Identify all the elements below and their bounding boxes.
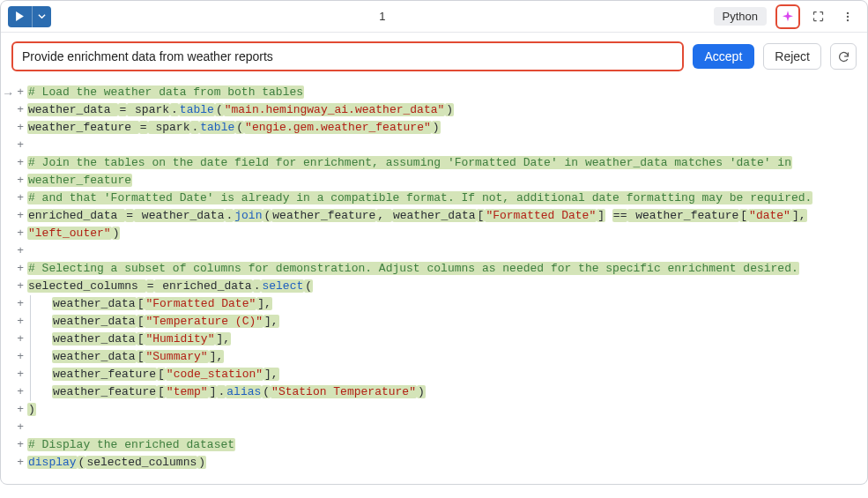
gutter: + bbox=[6, 101, 27, 119]
code-line: + bbox=[6, 137, 858, 154]
regenerate-button[interactable] bbox=[830, 43, 857, 70]
code-editor[interactable]: →+# Load the weather data from both tabl… bbox=[1, 80, 867, 484]
execution-arrow-icon: → bbox=[4, 85, 11, 102]
code-token: "engie.gem.weather_feature" bbox=[244, 121, 432, 134]
code-token: ] bbox=[597, 209, 605, 222]
diff-add-marker: + bbox=[17, 227, 24, 240]
reject-button[interactable]: Reject bbox=[763, 43, 821, 70]
run-dropdown-button[interactable] bbox=[32, 6, 51, 27]
ai-prompt-row: Accept Reject bbox=[1, 33, 867, 80]
code-line: +enriched_data = weather_data.join(weath… bbox=[6, 207, 858, 225]
code-token: == bbox=[612, 209, 628, 222]
diff-add-marker: + bbox=[17, 420, 24, 434]
gutter: + bbox=[6, 366, 27, 383]
code-token: "Summary" bbox=[145, 350, 208, 363]
code-line: +weather_feature = spark.table("engie.ge… bbox=[6, 119, 858, 137]
code-token: [ bbox=[137, 332, 145, 346]
diff-add-marker: + bbox=[17, 121, 24, 134]
code-token: ( bbox=[262, 385, 271, 398]
code-token: weather_data bbox=[52, 315, 137, 328]
gutter: →+ bbox=[6, 84, 27, 101]
code-token: "Humidity" bbox=[145, 332, 215, 346]
svg-point-1 bbox=[847, 15, 849, 17]
diff-add-marker: + bbox=[17, 103, 24, 116]
svg-point-0 bbox=[847, 11, 849, 13]
code-token: weather_feature bbox=[52, 385, 157, 398]
diff-add-marker: + bbox=[17, 85, 24, 99]
code-token: [ bbox=[157, 385, 166, 398]
code-token: . bbox=[253, 279, 262, 293]
code-line: +# Join the tables on the date field for… bbox=[6, 154, 858, 172]
gutter: + bbox=[6, 190, 27, 207]
code-token: ( bbox=[263, 209, 271, 222]
sparkle-icon bbox=[781, 10, 795, 24]
code-token: spark bbox=[148, 121, 191, 134]
diff-add-marker: + bbox=[17, 350, 24, 363]
code-token: ], bbox=[263, 315, 279, 328]
diff-add-marker: + bbox=[17, 456, 24, 469]
code-token: "date" bbox=[748, 209, 791, 222]
code-token: join bbox=[234, 209, 263, 222]
code-token: [ bbox=[137, 315, 145, 328]
run-button[interactable] bbox=[8, 6, 32, 27]
code-line: +selected_columns = enriched_data.select… bbox=[6, 278, 858, 295]
diff-add-marker: + bbox=[17, 156, 24, 169]
code-line: +weather_data["Summary"], bbox=[6, 348, 858, 366]
gutter: + bbox=[6, 383, 27, 401]
accept-button[interactable]: Accept bbox=[693, 44, 755, 69]
code-line: +weather_feature["temp"].alias("Station … bbox=[6, 383, 858, 401]
code-content: weather_data["Formatted Date"], bbox=[27, 295, 858, 313]
code-token: weather_data bbox=[52, 332, 137, 346]
gutter: + bbox=[6, 260, 27, 278]
code-content: # Load the weather data from both tables bbox=[27, 84, 858, 101]
ai-assistant-button[interactable] bbox=[775, 4, 800, 29]
code-line: + bbox=[6, 419, 858, 436]
code-content: weather_feature = spark.table("engie.gem… bbox=[27, 119, 858, 137]
code-content: display(selected_columns) bbox=[27, 454, 858, 472]
notebook-cell: 1 Python Accept Reject →+# Load the weat… bbox=[0, 0, 868, 485]
gutter: + bbox=[6, 172, 27, 190]
kebab-icon bbox=[842, 11, 854, 23]
code-content: # Selecting a subset of columns for demo… bbox=[27, 260, 858, 278]
code-token: . bbox=[170, 103, 179, 116]
code-token: selected_columns bbox=[85, 456, 197, 469]
code-token: weather_feature bbox=[627, 209, 739, 222]
code-token: ) bbox=[197, 456, 206, 469]
code-token: = bbox=[146, 279, 155, 293]
code-token: weather_data bbox=[52, 350, 137, 363]
code-line: +weather_data["Formatted Date"], bbox=[6, 295, 858, 313]
gutter: + bbox=[6, 225, 27, 242]
code-token: ], bbox=[256, 297, 272, 310]
code-token: ( bbox=[215, 103, 224, 116]
code-content: # Display the enriched dataset bbox=[27, 436, 858, 454]
code-token: selected_columns bbox=[27, 279, 146, 293]
expand-button[interactable] bbox=[805, 4, 830, 29]
gutter: + bbox=[6, 419, 27, 436]
code-token: ], bbox=[215, 332, 231, 346]
chevron-down-icon bbox=[38, 12, 46, 20]
more-menu-button[interactable] bbox=[835, 4, 860, 29]
diff-add-marker: + bbox=[17, 262, 24, 275]
diff-add-marker: + bbox=[17, 244, 24, 257]
diff-add-marker: + bbox=[17, 138, 24, 152]
diff-add-marker: + bbox=[17, 209, 24, 222]
code-line: +display(selected_columns) bbox=[6, 454, 858, 472]
code-token: "temp" bbox=[166, 385, 209, 398]
code-token: ( bbox=[78, 456, 86, 469]
code-token: # Join the tables on the date field for … bbox=[27, 156, 792, 169]
code-token: weather_data bbox=[134, 209, 225, 222]
gutter: + bbox=[6, 295, 27, 313]
code-line: +weather_data["Humidity"], bbox=[6, 331, 858, 348]
code-token: ) bbox=[432, 121, 441, 134]
code-content: weather_feature["code_station"], bbox=[27, 366, 858, 383]
code-token: "Temperature (C)" bbox=[145, 315, 263, 328]
code-token: spark bbox=[127, 103, 170, 116]
code-token: . bbox=[217, 385, 226, 398]
code-token: weather_feature bbox=[27, 121, 139, 134]
code-token: = bbox=[118, 103, 127, 116]
language-selector[interactable]: Python bbox=[714, 7, 767, 26]
code-token: ], bbox=[209, 350, 225, 363]
ai-prompt-input[interactable] bbox=[11, 41, 684, 71]
code-token: # Load the weather data from both tables bbox=[27, 85, 304, 99]
code-token: "left_outer" bbox=[27, 227, 112, 240]
